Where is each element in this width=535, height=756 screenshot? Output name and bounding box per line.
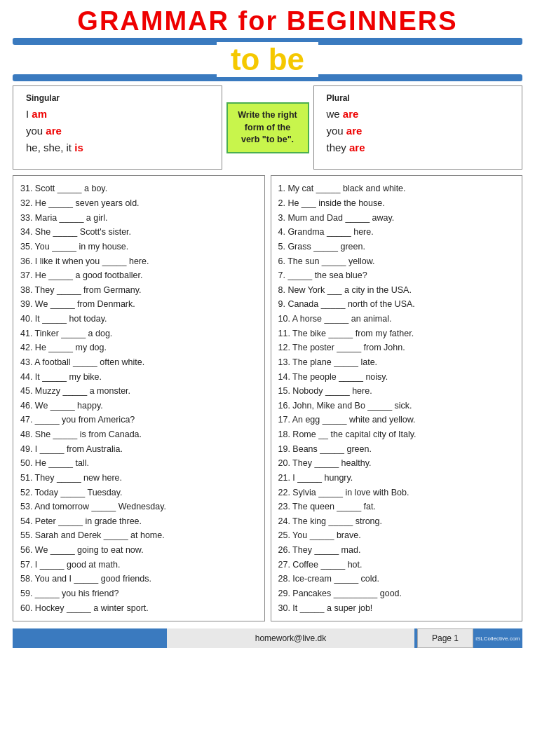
list-item: 45. Muzzy _____ a monster. xyxy=(20,384,257,399)
list-item: 53. And tomorrow _____ Wednesday. xyxy=(20,500,257,514)
list-item: 29. Pancakes _________ good. xyxy=(278,586,515,601)
list-item: 58. You and I _____ good friends. xyxy=(20,572,257,586)
list-item: 20. They _____ healthy. xyxy=(278,456,515,471)
exercises-area: 31. Scott _____ a boy.32. He _____ seven… xyxy=(13,175,522,621)
singular-verb-3: is xyxy=(74,142,83,153)
footer-email: homework@live.dk xyxy=(167,628,414,648)
list-item: 15. Nobody _____ here. xyxy=(278,384,515,399)
list-item: 28. Ice-cream _____ cold. xyxy=(278,572,515,586)
list-item: 14. The people _____ noisy. xyxy=(278,370,515,385)
list-item: 8. New York ___ a city in the USA. xyxy=(278,283,515,298)
list-item: 42. He _____ my dog. xyxy=(20,341,257,355)
list-item: 16. John, Mike and Bo _____ sick. xyxy=(278,399,515,413)
middle-box: Write the right form of the verb "to be"… xyxy=(222,85,313,170)
list-item: 48. She _____ is from Canada. xyxy=(20,427,257,442)
list-item: 38. They _____ from Germany. xyxy=(20,283,257,298)
plural-row-2: you are xyxy=(327,125,510,137)
list-item: 26. They _____ mad. xyxy=(278,543,515,558)
list-item: 1. My cat _____ black and white. xyxy=(278,181,515,196)
list-item: 7. _____ the sea blue? xyxy=(278,268,515,283)
page: GRAMMAR for BEGINNERS to be Singular I a… xyxy=(0,0,535,756)
singular-verb-1: am xyxy=(32,108,47,120)
list-item: 17. An egg _____ white and yellow. xyxy=(278,413,515,427)
list-item: 47. _____ you from America? xyxy=(20,413,257,427)
singular-label: Singular xyxy=(26,93,209,103)
list-item: 57. I _____ good at math. xyxy=(20,558,257,572)
list-item: 18. Rome __ the capital city of Italy. xyxy=(278,427,515,442)
list-item: 36. I like it when you _____ here. xyxy=(20,254,257,269)
list-item: 39. We _____ from Denmark. xyxy=(20,297,257,312)
plural-verb-3: are xyxy=(349,142,365,153)
list-item: 46. We _____ happy. xyxy=(20,399,257,413)
footer-logo: iSLCollective.com xyxy=(473,628,522,648)
plural-label: Plural xyxy=(327,93,510,103)
singular-verb-2: are xyxy=(46,125,62,137)
list-item: 23. The queen _____ fat. xyxy=(278,500,515,514)
list-item: 25. You _____ brave. xyxy=(278,528,515,543)
list-item: 40. It _____ hot today. xyxy=(20,312,257,327)
right-exercise-col: 1. My cat _____ black and white.2. He __… xyxy=(271,175,523,621)
list-item: 12. The poster _____ from John. xyxy=(278,341,515,355)
plural-pronoun-1: we xyxy=(327,108,340,120)
list-item: 6. The sun _____ yellow. xyxy=(278,254,515,269)
list-item: 11. The bike _____ from my father. xyxy=(278,327,515,341)
list-item: 30. It _____ a super job! xyxy=(278,601,515,616)
title-tobe: to be xyxy=(217,42,318,78)
title-tobe-area: to be xyxy=(13,38,522,82)
list-item: 37. He _____ a good footballer. xyxy=(20,268,257,283)
list-item: 9. Canada _____ north of the USA. xyxy=(278,297,515,312)
list-item: 27. Coffee _____ hot. xyxy=(278,558,515,572)
conjugation-area: Singular I am you are he, she, it is Wri… xyxy=(13,85,522,170)
list-item: 10. A horse _____ an animal. xyxy=(278,312,515,327)
singular-box: Singular I am you are he, she, it is xyxy=(13,85,222,170)
write-instruction: Write the right form of the verb "to be"… xyxy=(226,102,309,153)
footer: homework@live.dk Page 1 iSLCollective.co… xyxy=(13,628,522,648)
singular-row-2: you are xyxy=(26,125,209,137)
plural-box: Plural we are you are they are xyxy=(313,85,523,170)
list-item: 4. Grandma _____ here. xyxy=(278,225,515,240)
plural-pronoun-3: they xyxy=(327,142,346,153)
plural-row-3: they are xyxy=(327,142,510,153)
plural-verb-1: are xyxy=(343,108,359,120)
list-item: 31. Scott _____ a boy. xyxy=(20,181,257,196)
singular-pronoun-3: he, she, it xyxy=(26,142,72,153)
singular-pronoun-2: you xyxy=(26,125,43,137)
list-item: 49. I _____ from Australia. xyxy=(20,442,257,457)
list-item: 60. Hockey _____ a winter sport. xyxy=(20,601,257,616)
singular-row-3: he, she, it is xyxy=(26,142,209,153)
footer-page: Page 1 xyxy=(417,628,473,648)
list-item: 50. He _____ tall. xyxy=(20,456,257,471)
list-item: 54. Peter _____ in grade three. xyxy=(20,514,257,529)
list-item: 24. The king _____ strong. xyxy=(278,514,515,529)
plural-row-1: we are xyxy=(327,108,510,120)
footer-left xyxy=(13,628,167,648)
list-item: 32. He _____ seven years old. xyxy=(20,196,257,211)
list-item: 35. You _____ in my house. xyxy=(20,240,257,254)
plural-pronoun-2: you xyxy=(327,125,344,137)
singular-pronoun-1: I xyxy=(26,108,29,120)
list-item: 22. Sylvia _____ in love with Bob. xyxy=(278,486,515,500)
list-item: 59. _____ you his friend? xyxy=(20,586,257,601)
list-item: 55. Sarah and Derek _____ at home. xyxy=(20,528,257,543)
list-item: 5. Grass _____ green. xyxy=(278,240,515,254)
list-item: 34. She _____ Scott's sister. xyxy=(20,225,257,240)
list-item: 19. Beans _____ green. xyxy=(278,442,515,457)
list-item: 2. He ___ inside the house. xyxy=(278,196,515,211)
singular-row-1: I am xyxy=(26,108,209,120)
left-exercise-col: 31. Scott _____ a boy.32. He _____ seven… xyxy=(13,175,265,621)
list-item: 13. The plane _____ late. xyxy=(278,355,515,370)
list-item: 51. They _____ new here. xyxy=(20,471,257,486)
list-item: 52. Today _____ Tuesday. xyxy=(20,486,257,500)
title-grammar: GRAMMAR for BEGINNERS xyxy=(13,7,522,36)
list-item: 41. Tinker _____ a dog. xyxy=(20,327,257,341)
plural-verb-2: are xyxy=(346,125,363,137)
list-item: 56. We _____ going to eat now. xyxy=(20,543,257,558)
list-item: 33. Maria _____ a girl. xyxy=(20,211,257,226)
list-item: 43. A football _____ often white. xyxy=(20,355,257,370)
list-item: 21. I _____ hungry. xyxy=(278,471,515,486)
list-item: 3. Mum and Dad _____ away. xyxy=(278,211,515,226)
list-item: 44. It _____ my bike. xyxy=(20,370,257,385)
